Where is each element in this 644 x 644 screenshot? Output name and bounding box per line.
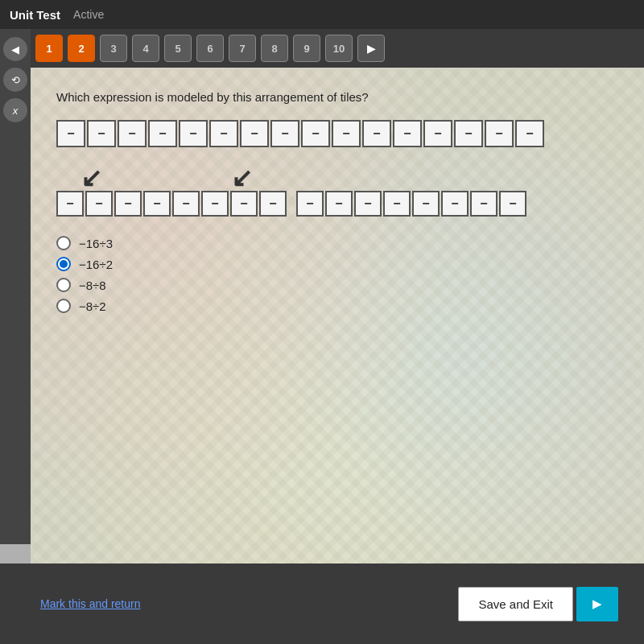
nav-btn-2[interactable]: 2 xyxy=(68,35,95,62)
radio-b[interactable] xyxy=(56,257,71,271)
group2-tile-6: − xyxy=(470,191,497,217)
app-title: Unit Test xyxy=(10,8,60,22)
question-nav-bar: 12345678910▶ xyxy=(0,29,644,68)
top-tile-2: − xyxy=(118,120,147,147)
top-tile-3: − xyxy=(148,120,177,147)
mark-return-link[interactable]: Mark this and return xyxy=(40,597,141,610)
arrows-area: ↙ ↙ xyxy=(80,147,618,191)
nav-btn-5[interactable]: 5 xyxy=(164,35,192,62)
group1-tile-5: − xyxy=(201,191,229,217)
option-b-text: −16÷2 xyxy=(79,258,113,271)
variable-icon[interactable]: x xyxy=(3,98,27,122)
bottom-right-actions: Save and Exit ▶ xyxy=(458,587,618,621)
radio-c[interactable] xyxy=(56,278,71,292)
top-tile-11: − xyxy=(393,120,422,147)
nav-btn-4[interactable]: 4 xyxy=(132,35,159,62)
bottom-bar: Mark this and return Save and Exit ▶ xyxy=(0,564,644,644)
nav-btn-6[interactable]: 6 xyxy=(196,35,224,62)
option-c[interactable]: −8÷8 xyxy=(56,278,618,292)
top-tile-8: − xyxy=(301,120,330,147)
main-content-area: Which expression is modeled by this arra… xyxy=(31,68,644,564)
tile-group-right: −−−−−−−− xyxy=(296,191,526,217)
top-bar: Unit Test Active xyxy=(0,0,644,29)
answer-options: −16÷3 −16÷2 −8÷8 −8÷2 xyxy=(56,236,618,313)
nav-btn-10[interactable]: 10 xyxy=(325,35,353,62)
top-tile-7: − xyxy=(270,120,299,147)
top-tile-4: − xyxy=(179,120,208,147)
group1-tile-3: − xyxy=(143,191,171,217)
top-tile-10: − xyxy=(362,120,391,147)
back-icon[interactable]: ◀ xyxy=(3,37,27,61)
group2-tile-0: − xyxy=(296,191,324,217)
top-tile-1: − xyxy=(87,120,116,147)
undo-icon[interactable]: ⟲ xyxy=(3,68,27,92)
top-tile-13: − xyxy=(454,120,483,147)
group2-tile-1: − xyxy=(325,191,353,217)
group1-tile-4: − xyxy=(172,191,200,217)
radio-d[interactable] xyxy=(56,299,71,313)
status-badge: Active xyxy=(73,8,104,21)
group2-tile-5: − xyxy=(441,191,469,217)
top-tile-14: − xyxy=(485,120,514,147)
top-tile-6: − xyxy=(240,120,269,147)
group1-tile-1: − xyxy=(85,191,113,217)
group2-tile-3: − xyxy=(383,191,411,217)
arrow-left: ↙ xyxy=(80,165,102,191)
arrow-right: ↙ xyxy=(231,165,253,191)
top-tile-12: − xyxy=(423,120,452,147)
tile-group-left: −−−−−−−− xyxy=(56,191,287,217)
option-b[interactable]: −16÷2 xyxy=(56,257,618,271)
top-tile-0: − xyxy=(56,120,85,147)
nav-btn-3[interactable]: 3 xyxy=(100,35,127,62)
group1-tile-2: − xyxy=(114,191,142,217)
group1-tile-0: − xyxy=(56,191,84,217)
sidebar: ◀ ⟲ x xyxy=(0,29,31,544)
next-button[interactable]: ▶ xyxy=(576,587,618,621)
nav-play-btn[interactable]: ▶ xyxy=(357,35,385,62)
question-text: Which expression is modeled by this arra… xyxy=(56,90,618,104)
split-tile-groups: −−−−−−−− −−−−−−−− xyxy=(56,191,618,217)
option-a-text: −16÷3 xyxy=(79,237,113,250)
nav-btn-9[interactable]: 9 xyxy=(293,35,320,62)
group1-tile-6: − xyxy=(230,191,258,217)
nav-btn-7[interactable]: 7 xyxy=(229,35,256,62)
top-tile-15: − xyxy=(515,120,544,147)
top-tile-row: −−−−−−−−−−−−−−−− xyxy=(56,120,618,147)
group2-tile-4: − xyxy=(412,191,440,217)
option-c-text: −8÷8 xyxy=(79,279,106,292)
option-d[interactable]: −8÷2 xyxy=(56,299,618,313)
radio-a[interactable] xyxy=(56,236,71,250)
top-tile-9: − xyxy=(332,120,361,147)
top-tile-5: − xyxy=(209,120,238,147)
option-a[interactable]: −16÷3 xyxy=(56,236,618,250)
group2-tile-2: − xyxy=(354,191,382,217)
nav-btn-8[interactable]: 8 xyxy=(261,35,288,62)
option-d-text: −8÷2 xyxy=(79,299,106,313)
group2-tile-7: − xyxy=(499,191,526,217)
save-exit-button[interactable]: Save and Exit xyxy=(458,587,573,621)
group1-tile-7: − xyxy=(259,191,287,217)
nav-btn-1[interactable]: 1 xyxy=(35,35,63,62)
